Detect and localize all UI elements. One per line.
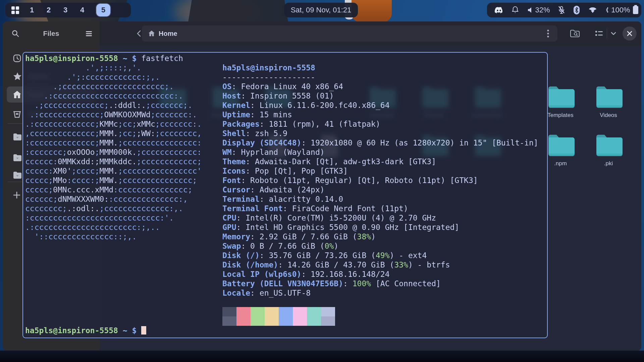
fastfetch-line-local-ip-wlp6s0-: Local IP (wlp6s0): 192.168.16.148/24 [222,269,538,279]
fastfetch-line-cpu: CPU: Intel(R) Core(TM) i5-5200U (4) @ 2.… [222,213,538,223]
fastfetch-line-battery-dell-vn3n047e56b-: Battery (DELL VN3N047E56B): 100% [AC Con… [222,279,538,288]
workspace-2[interactable]: 2 [46,6,51,14]
prompt-command: fastfetch [141,54,183,63]
close-button[interactable] [623,26,637,41]
workspace-1[interactable]: 1 [29,6,35,14]
terminal-color-palette [222,307,335,326]
folder-icon [13,154,22,161]
fastfetch-line-display-sdc4c48-: Display (SDC4C48): 644x362 @ 60 Hz (as… [222,138,538,147]
terminal-prompt-line: ha5pls@inspiron-5558 ~ $ fastfetch [25,54,546,63]
battery-icon [633,6,638,14]
workspace-5[interactable]: 5 [96,4,110,16]
path-menu-kebab-icon[interactable] [541,26,555,41]
file-label: Templates [547,112,573,119]
terminal-prompt-line-bottom: ha5pls@inspiron-5558 ~ $ [25,326,146,335]
list-view-icon [595,30,603,37]
hamburger-menu-button[interactable] [82,26,96,41]
folder-icon [13,133,22,140]
folder-icon [594,133,623,158]
fedora-ascii-logo: .',;::::;,'. .';:cccccccccccc:;,. .;cccc… [25,63,202,241]
volume-widget[interactable]: 32% [527,6,550,14]
palette-swatch [265,316,279,326]
fastfetch-line-uptime: Uptime: 15 mins [222,110,538,119]
folder-icon [594,85,623,109]
files-headerbar: Files Home [3,21,641,46]
volume-label: 32% [535,6,550,14]
fastfetch-line-disk-: Disk (/): 35.76 GiB / 73.26 GiB (49%) - … [222,251,538,260]
prompt-symbol: $ [132,326,137,335]
fastfetch-title: ha5pls@inspiron-5558 [222,63,538,72]
breadcrumb[interactable]: Home [142,25,557,42]
trash-icon [13,110,21,118]
clock-icon [13,54,21,63]
palette-swatch [321,307,335,316]
prompt-path: ~ [123,326,127,335]
workspace-4[interactable]: 4 [79,6,85,14]
palette-swatch [279,316,293,326]
fastfetch-line-os: OS: Fedora Linux 40 x86_64 [222,82,538,91]
palette-swatch [251,316,265,326]
fastfetch-line-icons: Icons: Pop [Qt], Pop [GTK3] [222,166,538,176]
fastfetch-line-cursor: Cursor: Adwaita (24px) [222,185,538,194]
fastfetch-line-disk-home-: Disk (/home): 14.26 GiB / 43.70 GiB (33%… [222,260,538,269]
app-launcher-icon[interactable] [11,6,19,14]
palette-swatch [307,307,321,316]
palette-swatch [251,307,265,316]
folder-.pki[interactable]: .pki [583,133,634,167]
files-main-header: Home [100,21,641,46]
home-icon [13,90,21,99]
prompt-path: ~ [123,54,127,63]
bluetooth-icon[interactable] [573,3,580,17]
fastfetch-line-font: Font: Roboto (11pt, Regular) [Qt], Robot… [222,176,538,185]
palette-swatch [293,316,307,326]
fastfetch-line-kernel: Kernel: Linux 6.11.6-200.fc40.x86_64 [222,101,538,110]
folder-Videos[interactable]: Videos [583,85,634,119]
terminal-content: ha5pls@inspiron-5558 ~ $ fastfetch .',;:… [25,54,546,337]
palette-swatch [293,307,307,316]
breadcrumb-label: Home [159,30,177,38]
terminal-window[interactable]: ha5pls@inspiron-5558 ~ $ fastfetch .',;:… [22,52,548,338]
file-label: .npm [554,160,567,167]
microphone-muted-icon[interactable] [557,3,566,17]
discord-icon[interactable] [494,3,503,17]
fastfetch-line-packages: Packages: 1811 (rpm), 41 (flatpak) [222,119,538,129]
workspaces-pill: 12345 [5,3,131,17]
star-icon [13,72,22,81]
prompt-user: ha5pls@inspiron-5558 [25,326,118,335]
terminal-cursor [141,326,146,335]
palette-swatch [222,316,236,326]
search-folder-button[interactable] [568,26,582,41]
file-label: Videos [600,112,617,119]
prompt-user: ha5pls@inspiron-5558 [25,54,118,63]
fastfetch-line-theme: Theme: Adwaita-Dark [Qt], adw-gtk3-dark … [222,157,538,166]
fastfetch-line-locale: Locale: en_US.UTF-8 [222,288,538,298]
battery-pill: 100% [608,3,641,17]
prompt-symbol: $ [132,54,137,63]
view-toggle-button[interactable] [595,28,616,39]
fastfetch-line-swap: Swap: 0 B / 7.66 GiB (0%) [222,241,538,251]
wallpaper-bottom-strip [0,351,644,362]
clock-label: Sat, 09 Nov, 01:21 [291,6,352,14]
palette-swatch [236,307,251,316]
palette-swatch [222,307,236,316]
files-sidebar-header: Files [3,21,100,46]
clock-pill[interactable]: Sat, 09 Nov, 01:21 [284,3,358,17]
plus-icon [13,191,21,199]
fastfetch-line-gpu: GPU: Intel HD Graphics 5500 @ 0.90 GHz [… [222,223,538,232]
battery-label: 100% [611,6,630,14]
wifi-icon[interactable] [588,3,598,17]
workspace-3[interactable]: 3 [63,6,68,14]
palette-row-1 [222,307,335,316]
notification-bell-icon[interactable] [511,3,520,17]
home-icon [148,30,155,37]
folder-icon [13,171,22,179]
fastfetch-line-host: Host: Inspiron 5558 (01) [222,91,538,101]
wallpaper-launch-tower [188,0,288,24]
palette-swatch [265,307,279,316]
fastfetch-line-terminal-font: Terminal Font: FiraCode Nerd Font (11pt) [222,204,538,213]
fastfetch-line-wm: WM: Hyprland (Wayland) [222,147,538,157]
palette-row-2 [222,316,335,326]
palette-swatch [307,316,321,326]
fastfetch-separator: -------------------- [222,72,538,82]
fastfetch-line-terminal: Terminal: alacritty 0.14.0 [222,194,538,204]
